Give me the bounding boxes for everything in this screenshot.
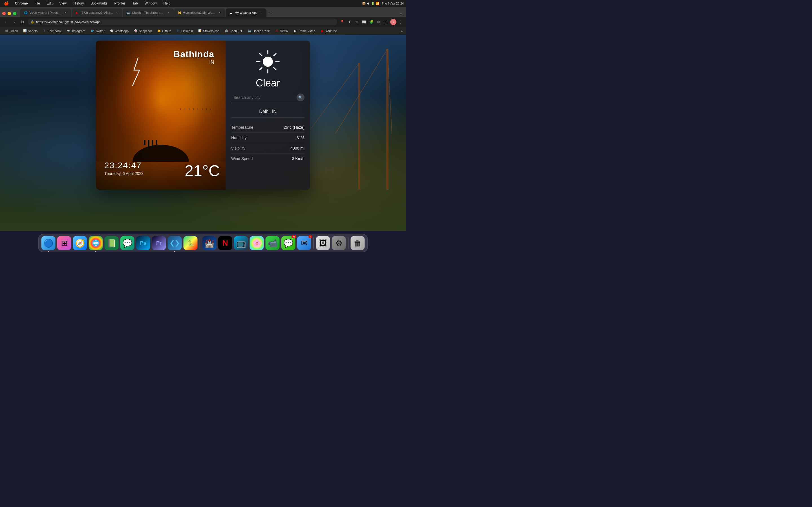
- apple-menu[interactable]: 🍎: [2, 1, 10, 6]
- temperature-value: 26°c (Haze): [284, 125, 305, 129]
- bookmark-twitter-label: Twitter: [95, 29, 104, 33]
- sidebar-button[interactable]: ⊟: [383, 19, 389, 25]
- menu-file[interactable]: File: [32, 1, 42, 6]
- tab-2-close[interactable]: ✕: [115, 11, 119, 15]
- back-button[interactable]: ‹: [2, 18, 9, 25]
- menu-history[interactable]: History: [71, 1, 86, 6]
- system-time: Thu 6 Apr 23:24: [382, 2, 404, 5]
- weather-widget: ✦ ✦ ✦ ✦ ✦ ✦ ✦ ✦ Bathinda IN 23:24:47 Thu…: [96, 41, 310, 190]
- bookmark-primevideo[interactable]: ▶ Prime Video: [291, 28, 318, 34]
- window-minimize-button[interactable]: [8, 12, 11, 15]
- bookmark-facebook[interactable]: f Facebook: [40, 28, 63, 34]
- reload-button[interactable]: ↻: [19, 18, 26, 25]
- menu-edit[interactable]: Edit: [45, 1, 55, 6]
- dock-primevideo[interactable]: 📺: [234, 236, 248, 250]
- bookmark-hackerrank[interactable]: 💻 HackerRank: [245, 28, 272, 34]
- dock-facetime[interactable]: 📹: [266, 236, 280, 250]
- humidity-stat-row: Humidity 31%: [231, 133, 305, 143]
- primevideo-favicon: ▶: [294, 29, 297, 33]
- bookmark-sheets[interactable]: 📊 Sheets: [20, 28, 40, 34]
- city-search-input[interactable]: [231, 94, 297, 101]
- tab-3[interactable]: 💻 Check If The String Is A Palin... ✕: [123, 8, 174, 17]
- dock-mail[interactable]: ✉ 1: [297, 236, 311, 250]
- bookmark-youtube[interactable]: ▶ Youtube: [318, 28, 339, 34]
- url-bar[interactable]: 🔒 https://vivekmeena7.github.io/My-Weath…: [28, 18, 337, 25]
- dock-preview[interactable]: 🖼: [316, 236, 330, 250]
- bookmark-whatsapp[interactable]: 💬 Whatsapp: [107, 28, 131, 34]
- dock-systemprefs[interactable]: ⚙: [332, 236, 346, 250]
- bookmark-strivers[interactable]: 📝 Strivers dsa: [196, 28, 221, 34]
- dock-photoshop[interactable]: Ps: [136, 236, 150, 250]
- menu-help[interactable]: Help: [161, 1, 173, 6]
- bookmark-linkedin[interactable]: in Linkedin: [174, 28, 195, 34]
- window-maximize-button[interactable]: [13, 12, 16, 15]
- menu-chrome[interactable]: Chrome: [13, 1, 30, 6]
- wind-speed-label: Wind Speed: [231, 156, 253, 161]
- bookmark-netflix[interactable]: N Netflix: [273, 28, 291, 34]
- lightning-icon: [130, 57, 144, 86]
- bookmarks-overflow-button[interactable]: »: [400, 29, 404, 33]
- bookmark-gmail[interactable]: ✉ Gmail: [2, 28, 20, 34]
- user-avatar[interactable]: V: [390, 19, 396, 25]
- location-button[interactable]: 📍: [339, 19, 345, 25]
- share-button[interactable]: ⬆: [346, 19, 352, 25]
- bookmark-strivers-label: Strivers dsa: [203, 29, 219, 33]
- dock-launchpad[interactable]: ⊞: [57, 236, 71, 250]
- dock-excel[interactable]: 📗: [105, 236, 119, 250]
- new-tab-button[interactable]: +: [267, 9, 275, 17]
- dock-premiere[interactable]: Pr: [152, 236, 166, 250]
- bookmark-chatgpt[interactable]: 🤖 ChatGPT: [222, 28, 245, 34]
- bookmark-primevideo-label: Prime Video: [299, 29, 315, 33]
- reading-view-button[interactable]: 📰: [361, 19, 367, 25]
- tab-5-title: My Weather App: [235, 11, 257, 14]
- browser-actions-button[interactable]: ⊞: [375, 19, 382, 25]
- tab-2[interactable]: ▶ (973) Lecture22: All about Ch... ✕: [71, 8, 122, 17]
- date-display: Thursday, 6 April 2023: [104, 171, 144, 176]
- vscode-active-dot: [174, 251, 175, 252]
- tab-1-favicon: 🌐: [24, 11, 28, 15]
- city-search-bar[interactable]: 🔍: [231, 94, 305, 103]
- dock-pycharm[interactable]: 🐍: [184, 236, 198, 250]
- bookmark-github[interactable]: 🐱 Github: [155, 28, 173, 34]
- dock-photos[interactable]: 🌸: [250, 236, 264, 250]
- dock-safari[interactable]: 🧭: [73, 236, 87, 250]
- dock: 🔵 ⊞ 🧭 🌐 📗 💬 Ps Pr ❮❯ 🐍: [38, 234, 368, 252]
- dock-whatsapp[interactable]: 💬: [120, 236, 135, 250]
- tab-4[interactable]: 🐱 vivekmeena7/My-Weather-Ap... ✕: [174, 8, 225, 17]
- dock-chrome[interactable]: 🌐: [89, 236, 103, 250]
- chatgpt-favicon: 🤖: [224, 29, 229, 33]
- tab-5-close[interactable]: ✕: [259, 11, 263, 15]
- result-city: Delhi, IN: [231, 109, 305, 118]
- bookmark-twitter[interactable]: 🐦 Twitter: [88, 28, 107, 34]
- tab-3-close[interactable]: ✕: [166, 11, 170, 15]
- svg-line-11: [274, 68, 276, 70]
- dock-finder[interactable]: 🔵: [42, 236, 56, 250]
- dock-netflix[interactable]: N: [218, 236, 232, 250]
- tab-5[interactable]: ☁ My Weather App ✕: [225, 8, 266, 17]
- menu-window[interactable]: Window: [142, 1, 159, 6]
- wind-speed-stat-row: Wind Speed 3 Km/h: [231, 154, 305, 164]
- tab-1-close[interactable]: ✕: [64, 11, 68, 15]
- weather-time-block: 23:24:47 Thursday, 6 April 2023: [104, 161, 144, 176]
- forward-button[interactable]: ›: [11, 18, 17, 25]
- menu-profiles[interactable]: Profiles: [112, 1, 128, 6]
- dock-vscode[interactable]: ❮❯: [168, 236, 182, 250]
- more-options-button[interactable]: ⋮: [398, 19, 404, 25]
- bookmark-snapchat-label: Snapchat: [139, 29, 152, 33]
- menu-bookmarks[interactable]: Bookmarks: [89, 1, 110, 6]
- bookmark-star-button[interactable]: ☆: [354, 19, 360, 25]
- extensions-button[interactable]: 🧩: [368, 19, 374, 25]
- bookmark-snapchat[interactable]: 👻 Snapchat: [132, 28, 154, 34]
- birds-decoration: ✦ ✦ ✦ ✦ ✦ ✦ ✦ ✦: [180, 108, 213, 110]
- window-close-button[interactable]: [2, 12, 6, 15]
- tab-list-button[interactable]: ⌄: [398, 10, 404, 16]
- dock-trash[interactable]: 🗑: [351, 236, 365, 250]
- dock-disney[interactable]: 🏰: [202, 236, 216, 250]
- dock-messages[interactable]: 💬 33: [282, 236, 296, 250]
- menu-tab[interactable]: Tab: [130, 1, 140, 6]
- menu-view[interactable]: View: [57, 1, 69, 6]
- bookmark-instagram[interactable]: 📷 Instagram: [64, 28, 87, 34]
- tab-1[interactable]: 🌐 Vivek Meena | Projects Page ✕: [20, 8, 71, 17]
- tab-4-close[interactable]: ✕: [218, 11, 221, 15]
- search-button[interactable]: 🔍: [297, 94, 305, 101]
